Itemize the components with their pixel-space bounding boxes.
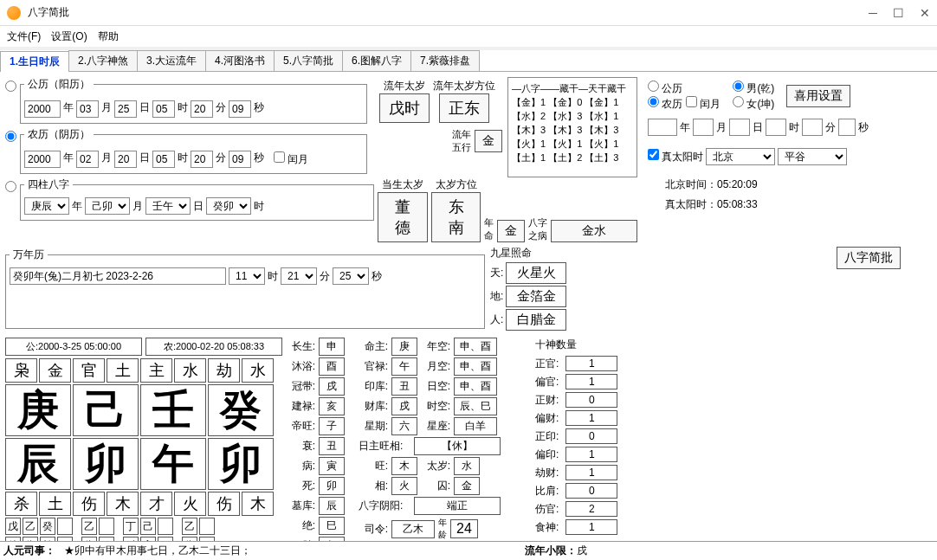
bazi-jianpi-button[interactable]: 八字简批	[837, 247, 901, 269]
radio-sizhu[interactable]	[5, 181, 16, 192]
pillar-sub: 丁	[123, 518, 139, 535]
check-r-leap[interactable]	[686, 96, 697, 107]
pillar-cell: 己	[73, 384, 139, 436]
radio-r-gongli[interactable]	[648, 80, 659, 92]
pillar-cell: 卯	[73, 438, 139, 490]
check-zhentaiyang[interactable]	[648, 149, 659, 160]
close-button[interactable]: ✕	[920, 6, 930, 20]
pillar-cell: 官	[73, 358, 105, 383]
bazi-canggan-box: —八字——藏干—天干藏干 【金】1 【金】0 【金】1 【水】2 【水】3 【水…	[507, 77, 637, 177]
sizhu-hour[interactable]: 癸卯	[206, 197, 251, 215]
radio-nongli[interactable]	[5, 131, 16, 142]
pillar-sub: 乙	[23, 518, 38, 535]
nongli-hour[interactable]	[152, 151, 175, 168]
pillar-cell: 火	[174, 492, 206, 516]
pillar-cell: 水	[242, 358, 274, 383]
pillar-chart: 公:2000-3-25 05:00:00 农:2000-02-20 05:08:…	[5, 338, 282, 560]
liunian-fangwei-label: 流年太岁方位	[433, 79, 495, 93]
nianming-val[interactable]: 金	[497, 220, 525, 242]
sizhu-day[interactable]: 壬午	[145, 197, 191, 215]
window-title: 八字简批	[28, 5, 869, 20]
tab-2[interactable]: 2.八字神煞	[68, 50, 138, 71]
liunian-fangwei[interactable]: 正东	[439, 93, 489, 123]
tab-5[interactable]: 5.八字简批	[274, 50, 343, 71]
minimize-button[interactable]: ─	[869, 6, 877, 20]
jiuxing-tian: 火星火	[506, 262, 566, 284]
gongli-legend: 公历（阳历）	[24, 77, 94, 92]
jiuxing-ren: 白腊金	[506, 309, 566, 331]
tengod-val: 2	[565, 501, 617, 517]
r-month[interactable]	[693, 119, 714, 136]
liunian-wuxing[interactable]: 金	[475, 130, 502, 152]
liunian-xiaoxian: 戌	[577, 544, 587, 558]
nongli-min[interactable]	[191, 151, 213, 168]
menu-file[interactable]: 文件(F)	[7, 29, 41, 44]
pillar-cell: 壬	[140, 384, 206, 436]
radio-male[interactable]	[733, 80, 744, 92]
gongli-min[interactable]	[191, 100, 213, 118]
gongli-sec[interactable]	[229, 100, 251, 118]
gongli-day[interactable]	[114, 100, 137, 118]
loc2-select[interactable]: 平谷	[778, 148, 847, 165]
pillar-sub	[199, 518, 215, 535]
tab-1[interactable]: 1.生日时辰	[0, 51, 69, 72]
pillar-cell: 卯	[208, 438, 274, 490]
jiuxing-di: 金箔金	[506, 286, 566, 307]
xiyong-button[interactable]: 喜用设置	[786, 85, 850, 107]
nongli-year[interactable]	[24, 151, 61, 168]
r-min[interactable]	[802, 119, 823, 136]
pillar-cell: 辰	[5, 438, 71, 490]
zhibing-val[interactable]: 金水	[551, 220, 637, 242]
zhentaiyang-time: 05:08:33	[717, 198, 758, 210]
pillar-cell: 伤	[73, 492, 105, 516]
tengod-val: 1	[565, 519, 617, 535]
radio-r-nongli[interactable]	[648, 96, 659, 107]
pillar-cell: 木	[107, 492, 139, 516]
menu-settings[interactable]: 设置(O)	[51, 29, 87, 44]
pillar-cell: 土	[39, 492, 71, 516]
wanli-s[interactable]: 25	[333, 267, 369, 285]
maximize-button[interactable]: ☐	[893, 6, 904, 20]
r-sec[interactable]	[838, 119, 856, 136]
pillar-cell: 土	[107, 358, 139, 383]
tengod-val: 1	[565, 374, 617, 389]
pillar-cell: 枭	[5, 358, 37, 383]
nongli-month[interactable]	[76, 151, 99, 168]
menu-help[interactable]: 帮助	[98, 29, 119, 44]
gongli-year[interactable]	[24, 100, 61, 118]
tengods-title: 十神数量	[535, 338, 630, 352]
r-hour[interactable]	[766, 119, 786, 136]
loc1-select[interactable]: 北京	[706, 148, 775, 165]
sizhu-year[interactable]: 庚辰	[24, 197, 69, 215]
tab-4[interactable]: 4.河图洛书	[205, 50, 275, 71]
renyuan-text: ★卯中有甲木用事七日，乙木二十三日；	[64, 544, 251, 558]
tab-3[interactable]: 3.大运流年	[137, 50, 206, 71]
wanli-text[interactable]	[10, 267, 226, 285]
leap-check[interactable]	[274, 151, 285, 163]
dangsheng-fangwei[interactable]: 东南	[431, 192, 481, 242]
pillar-cell: 才	[140, 492, 172, 516]
tengod-val: 1	[565, 356, 617, 371]
wanli-h[interactable]: 11	[229, 267, 265, 285]
tab-bar: 1.生日时辰 2.八字神煞 3.大运流年 4.河图洛书 5.八字简批 6.图解八…	[0, 50, 937, 72]
tab-6[interactable]: 6.图解八字	[342, 50, 411, 71]
wanli-m[interactable]: 21	[281, 267, 317, 285]
radio-female[interactable]	[733, 96, 744, 107]
nongli-sec[interactable]	[229, 151, 251, 168]
pillar-cell: 癸	[208, 384, 274, 436]
pillar-sub: 乙	[81, 518, 97, 535]
r-day[interactable]	[729, 119, 750, 136]
gongli-hour[interactable]	[152, 100, 175, 118]
tengod-val: 0	[565, 483, 617, 499]
pillar-sub	[158, 518, 173, 535]
liunian-taisui[interactable]: 戊时	[379, 93, 430, 123]
pillar-cell: 水	[174, 358, 206, 383]
tab-7[interactable]: 7.紫薇排盘	[410, 50, 480, 71]
pillar-cell: 杀	[5, 492, 37, 516]
nongli-day[interactable]	[114, 151, 137, 168]
gongli-month[interactable]	[76, 100, 99, 118]
r-year[interactable]	[648, 119, 677, 136]
sizhu-month[interactable]: 己卯	[85, 197, 130, 215]
dangsheng-taisui[interactable]: 董德	[378, 192, 428, 242]
radio-gongli[interactable]	[5, 80, 16, 92]
